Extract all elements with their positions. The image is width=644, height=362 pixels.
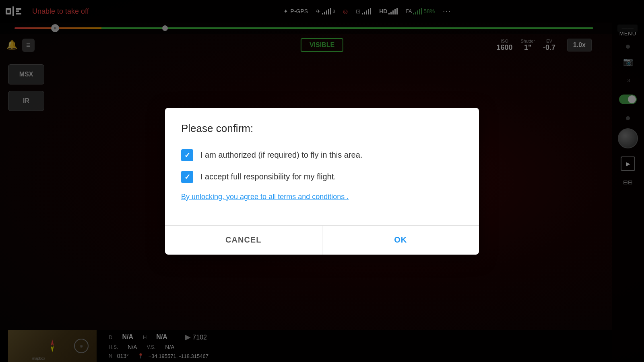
checkbox-item-2: ✓ I accept full responsibility for my fl… [181, 171, 463, 183]
checkbox-item-1: ✓ I am authorized (if required) to fly i… [181, 149, 463, 161]
checkbox-2-label: I accept full responsibility for my flig… [200, 172, 336, 181]
terms-link[interactable]: By unlocking, you agree to all terms and… [181, 193, 463, 201]
checkbox-1-label: I am authorized (if required) to fly in … [200, 150, 362, 160]
checkmark-2: ✓ [184, 173, 190, 181]
checkbox-2[interactable]: ✓ [181, 171, 193, 183]
checkbox-1[interactable]: ✓ [181, 149, 193, 161]
ok-button[interactable]: OK [322, 226, 479, 255]
modal-title: Please confirm: [181, 122, 463, 135]
modal-body: Please confirm: ✓ I am authorized (if re… [165, 108, 479, 213]
cancel-button[interactable]: CANCEL [165, 226, 322, 255]
modal-actions: CANCEL OK [165, 226, 479, 255]
checkmark-1: ✓ [184, 152, 190, 159]
modal-overlay: Please confirm: ✓ I am authorized (if re… [0, 0, 644, 362]
confirm-dialog: Please confirm: ✓ I am authorized (if re… [165, 108, 479, 255]
